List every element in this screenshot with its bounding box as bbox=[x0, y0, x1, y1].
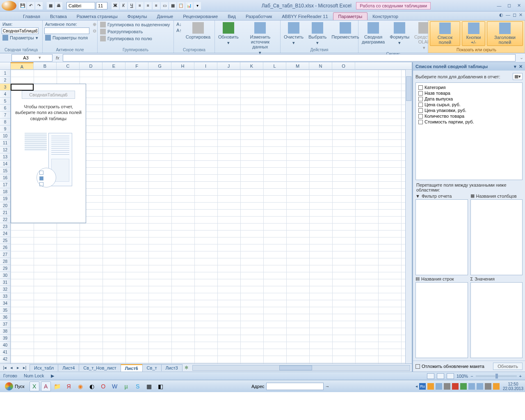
col-header[interactable]: G bbox=[148, 62, 171, 69]
field-item[interactable]: Назв товара bbox=[418, 90, 520, 96]
row-header[interactable]: 40 bbox=[0, 342, 10, 349]
office-button[interactable] bbox=[2, 1, 16, 11]
tab-prev-icon[interactable]: ◂ bbox=[8, 365, 15, 370]
taskbar-chrome-icon[interactable]: ◐ bbox=[87, 381, 97, 391]
row-header[interactable]: 17 bbox=[0, 181, 10, 188]
row-header[interactable]: 11 bbox=[0, 139, 10, 146]
fieldlist-toggle[interactable]: Список полей bbox=[430, 21, 460, 46]
print-icon[interactable]: 🖶 bbox=[55, 2, 62, 9]
defer-update-checkbox[interactable]: Отложить обновление макета bbox=[415, 364, 484, 369]
field-list[interactable]: Категория Назв товара Дата выпуска Цена … bbox=[415, 82, 523, 180]
borders-icon[interactable]: ▦ bbox=[169, 2, 176, 9]
active-cell[interactable] bbox=[11, 84, 34, 91]
tray-icon[interactable] bbox=[444, 383, 450, 390]
active-field-input[interactable] bbox=[44, 27, 89, 34]
update-button[interactable]: Обновить bbox=[493, 363, 523, 370]
paste-icon[interactable]: 📋 bbox=[177, 2, 185, 9]
field-item[interactable]: Стоимость партии, руб. bbox=[418, 119, 520, 125]
tray-volume-icon[interactable] bbox=[477, 383, 483, 390]
align-center-icon[interactable]: ≡ bbox=[144, 2, 152, 9]
row-header[interactable]: 4 bbox=[0, 91, 10, 98]
rows-drop-area[interactable] bbox=[415, 282, 468, 358]
change-source-button[interactable]: Изменить источник данных▾ bbox=[242, 21, 278, 56]
font-size-combo[interactable]: 11 bbox=[96, 2, 107, 9]
checkbox-icon[interactable] bbox=[418, 91, 423, 96]
cells-area[interactable]: СводнаяТаблица6 Чтобы построить отчет, в… bbox=[11, 70, 405, 363]
taskbar-word-icon[interactable]: W bbox=[110, 381, 120, 391]
col-header[interactable]: C bbox=[57, 62, 80, 69]
move-button[interactable]: Переместить bbox=[330, 21, 361, 40]
row-header[interactable]: 23 bbox=[0, 223, 10, 230]
tray-icon[interactable] bbox=[427, 383, 434, 390]
formulas-button[interactable]: Формулы▾ bbox=[388, 21, 411, 46]
tray-clock[interactable]: 12:5022.03.2013 bbox=[503, 382, 523, 391]
clear-button[interactable]: Очистить▾ bbox=[282, 21, 305, 46]
row-header[interactable]: 19 bbox=[0, 195, 10, 202]
row-header[interactable]: 2 bbox=[0, 77, 10, 84]
tray-show-hidden-icon[interactable]: ◂ bbox=[415, 384, 418, 388]
view-layout-icon[interactable] bbox=[437, 373, 444, 379]
tray-icon[interactable] bbox=[452, 383, 459, 390]
checkbox-icon[interactable] bbox=[418, 103, 423, 107]
sheet-tab-active[interactable]: Лист6 bbox=[121, 364, 143, 372]
tab-developer[interactable]: Разработчик bbox=[241, 13, 277, 20]
align-left-icon[interactable]: ≡ bbox=[136, 2, 144, 9]
row-header[interactable]: 32 bbox=[0, 286, 10, 293]
taskbar-access-icon[interactable]: A bbox=[41, 381, 51, 391]
sheet-tab[interactable]: Исх_табл bbox=[30, 364, 58, 371]
col-header[interactable]: N bbox=[309, 62, 332, 69]
address-input[interactable] bbox=[266, 383, 324, 390]
row-header[interactable]: 8 bbox=[0, 119, 10, 126]
row-header[interactable]: 34 bbox=[0, 300, 10, 307]
row-header[interactable]: 29 bbox=[0, 265, 10, 272]
pivot-name-input[interactable] bbox=[2, 27, 39, 34]
row-header[interactable]: 42 bbox=[0, 356, 10, 363]
taskbar-app2-icon[interactable]: ◧ bbox=[156, 381, 166, 391]
new-sheet-icon[interactable]: ✻ bbox=[182, 365, 191, 370]
doc-max-icon[interactable]: ◻ bbox=[513, 12, 516, 18]
tab-last-icon[interactable]: ▸| bbox=[21, 365, 28, 370]
tray-network-icon[interactable] bbox=[468, 383, 475, 390]
view-break-icon[interactable] bbox=[447, 373, 454, 379]
tab-pivot-design[interactable]: Конструктор bbox=[368, 13, 403, 20]
formula-input[interactable] bbox=[63, 54, 516, 62]
taskbar-excel-icon[interactable]: X bbox=[30, 381, 39, 391]
row-header[interactable]: 7 bbox=[0, 112, 10, 119]
view-normal-icon[interactable] bbox=[427, 373, 434, 379]
tab-next-icon[interactable]: ▸ bbox=[15, 365, 21, 370]
row-header[interactable]: 1 bbox=[0, 70, 10, 77]
taskbar-media-icon[interactable]: ◉ bbox=[75, 381, 85, 391]
field-item[interactable]: Категория bbox=[418, 84, 520, 90]
col-header[interactable]: K bbox=[240, 62, 263, 69]
tab-formulas[interactable]: Формулы bbox=[123, 13, 152, 20]
row-header[interactable]: 20 bbox=[0, 202, 10, 209]
plusminus-toggle[interactable]: Кнопки +/- bbox=[462, 21, 485, 46]
pivot-params-button[interactable]: Параметры ▾ bbox=[2, 34, 39, 41]
horizontal-scrollbar[interactable] bbox=[192, 365, 410, 371]
zoom-out-icon[interactable]: − bbox=[470, 374, 473, 379]
row-header[interactable]: 38 bbox=[0, 328, 10, 335]
pivotchart-button[interactable]: Сводная диаграмма bbox=[360, 21, 386, 45]
taskbar-yandex-icon[interactable]: Я bbox=[64, 381, 74, 391]
tab-abbyy[interactable]: ABBYY FineReader 11 bbox=[277, 13, 333, 20]
field-params-button[interactable]: Параметры поля bbox=[44, 34, 89, 41]
row-header[interactable]: 14 bbox=[0, 160, 10, 167]
col-header[interactable]: H bbox=[171, 62, 194, 69]
col-header[interactable]: O bbox=[332, 62, 355, 69]
tab-pivot-options[interactable]: Параметры bbox=[333, 12, 368, 20]
doc-min-icon[interactable]: — bbox=[506, 12, 510, 18]
field-item[interactable]: Количество товара bbox=[418, 113, 520, 119]
checkbox-icon[interactable] bbox=[418, 85, 423, 90]
checkbox-icon[interactable] bbox=[418, 108, 423, 113]
zoom-slider[interactable] bbox=[476, 375, 517, 377]
values-drop-area[interactable] bbox=[470, 282, 523, 358]
row-header[interactable]: 12 bbox=[0, 146, 10, 153]
fx-icon[interactable]: fx bbox=[56, 55, 59, 60]
row-header[interactable]: 39 bbox=[0, 335, 10, 342]
underline-icon[interactable]: Ч bbox=[128, 2, 135, 9]
row-header[interactable]: 33 bbox=[0, 293, 10, 300]
tray-lang-icon[interactable]: Ru bbox=[419, 383, 426, 390]
tray-icon[interactable] bbox=[493, 383, 500, 390]
row-header[interactable]: 13 bbox=[0, 153, 10, 160]
tab-review[interactable]: Рецензирование bbox=[178, 13, 223, 20]
